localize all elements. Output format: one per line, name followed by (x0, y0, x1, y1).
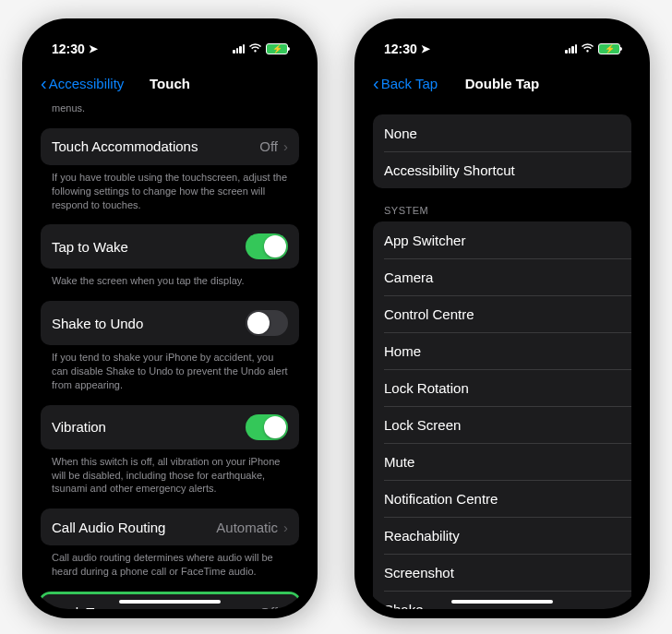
double-tap-option[interactable]: Accessibility Shortcut (373, 151, 631, 188)
truncated-footer: menus. (41, 102, 299, 128)
status-time: 12:30 (52, 42, 85, 56)
double-tap-option[interactable]: None (373, 114, 631, 151)
system-option[interactable]: Mute (373, 443, 631, 480)
location-icon: ➤ (421, 42, 430, 55)
system-option[interactable]: Camera (373, 258, 631, 295)
back-label: Back Tap (381, 76, 438, 91)
section-footer: Call audio routing determines where audi… (41, 545, 299, 592)
cell-label: App Switcher (384, 233, 620, 248)
cell-label: Camera (384, 269, 620, 285)
nav-bar: ‹ Accessibility Touch (31, 65, 308, 102)
iphone-right: 12:30 ➤ ⚡ ‹ Back Tap Double Tap NoneAcce… (354, 18, 650, 618)
cell-value: Off (259, 604, 278, 609)
shake-to-undo-toggle[interactable] (246, 310, 288, 336)
system-option[interactable]: Notification Centre (373, 480, 631, 517)
cell-label: Vibration (52, 419, 246, 435)
tap-to-wake-toggle[interactable] (246, 233, 288, 259)
screen-right: 12:30 ➤ ⚡ ‹ Back Tap Double Tap NoneAcce… (364, 28, 641, 609)
cell-label: Lock Screen (384, 417, 620, 433)
battery-icon: ⚡ (266, 43, 288, 54)
system-option[interactable]: Control Centre (373, 295, 631, 332)
cell-label: Screenshot (384, 565, 620, 580)
battery-icon: ⚡ (598, 43, 620, 54)
chevron-right-icon: › (283, 604, 288, 609)
top-options-group: NoneAccessibility Shortcut (373, 114, 631, 188)
back-button[interactable]: ‹ Back Tap (373, 73, 438, 94)
iphone-left: 12:30 ➤ ⚡ ‹ Accessibility Touch menus. (22, 18, 318, 618)
system-option[interactable]: Home (373, 332, 631, 369)
home-indicator[interactable] (451, 600, 553, 604)
nav-bar: ‹ Back Tap Double Tap (364, 65, 641, 102)
chevron-right-icon: › (283, 520, 288, 535)
cell-label: None (384, 126, 620, 141)
notch (110, 28, 230, 54)
cell-label: Mute (384, 454, 620, 470)
touch-accommodations-row[interactable]: Touch Accommodations Off › (41, 128, 299, 165)
chevron-right-icon: › (283, 138, 288, 154)
cell-label: Shake to Undo (52, 316, 246, 331)
system-option[interactable]: Lock Screen (373, 406, 631, 443)
back-button[interactable]: ‹ Accessibility (41, 73, 124, 94)
vibration-row[interactable]: Vibration (41, 405, 299, 449)
page-title: Double Tap (465, 76, 540, 91)
system-options-group: App SwitcherCameraControl CentreHomeLock… (373, 221, 631, 609)
wifi-icon (248, 42, 262, 56)
cellular-signal-icon (565, 44, 577, 54)
section-footer: If you tend to shake your iPhone by acci… (41, 345, 299, 405)
system-option[interactable]: Screenshot (373, 554, 631, 591)
cell-label: Notification Centre (384, 491, 620, 507)
status-time: 12:30 (384, 42, 417, 56)
cell-value: Automatic (216, 520, 278, 535)
screen-left: 12:30 ➤ ⚡ ‹ Accessibility Touch menus. (31, 28, 308, 609)
section-footer: If you have trouble using the touchscree… (41, 165, 299, 225)
cell-label: Lock Rotation (384, 380, 620, 396)
cell-label: Control Centre (384, 306, 620, 322)
section-footer: When this switch is off, all vibration o… (41, 449, 299, 509)
cell-label: Touch Accommodations (52, 138, 259, 154)
location-icon: ➤ (89, 42, 98, 55)
wifi-icon (581, 42, 594, 56)
system-option[interactable]: App Switcher (373, 221, 631, 258)
section-footer: Wake the screen when you tap the display… (41, 269, 299, 301)
system-header: SYSTEM (373, 188, 631, 221)
cell-label: Reachability (384, 528, 620, 544)
page-title: Touch (150, 76, 190, 91)
call-audio-routing-row[interactable]: Call Audio Routing Automatic › (41, 508, 299, 545)
cell-label: Call Audio Routing (52, 520, 216, 535)
cell-label: Home (384, 343, 620, 359)
cellular-signal-icon (233, 44, 245, 54)
notch (442, 28, 562, 54)
system-option[interactable]: Reachability (373, 517, 631, 554)
cell-label: Tap to Wake (52, 239, 246, 255)
home-indicator[interactable] (119, 600, 221, 604)
double-tap-content[interactable]: NoneAccessibility Shortcut SYSTEM App Sw… (364, 102, 641, 609)
cell-value: Off (259, 138, 278, 154)
chevron-left-icon: ‹ (373, 73, 379, 94)
tap-to-wake-row[interactable]: Tap to Wake (41, 224, 299, 269)
system-option[interactable]: Lock Rotation (373, 369, 631, 406)
cell-label: Accessibility Shortcut (384, 162, 620, 178)
chevron-left-icon: ‹ (41, 73, 47, 94)
shake-to-undo-row[interactable]: Shake to Undo (41, 301, 299, 345)
back-label: Accessibility (49, 76, 125, 91)
settings-content[interactable]: menus. Touch Accommodations Off › If you… (31, 102, 308, 609)
vibration-toggle[interactable] (246, 414, 288, 440)
cell-label: Back Tap (52, 604, 259, 609)
